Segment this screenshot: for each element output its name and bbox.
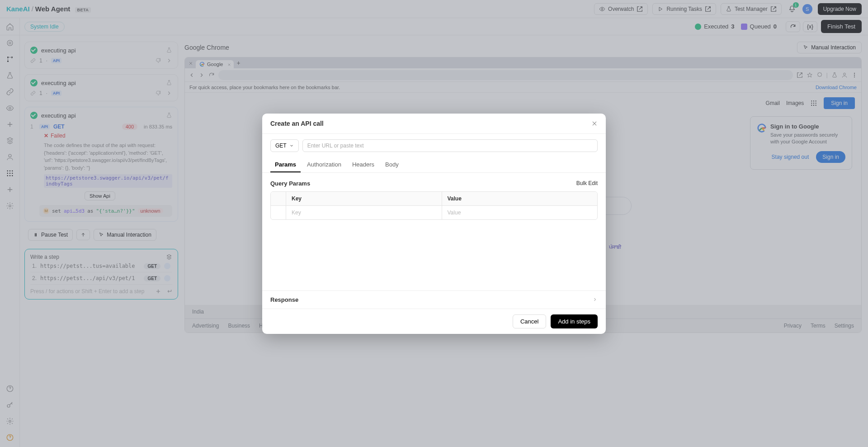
tab-params[interactable]: Params xyxy=(270,157,301,172)
tab-body[interactable]: Body xyxy=(381,157,403,172)
response-section[interactable]: Response xyxy=(262,290,606,309)
tab-authorization[interactable]: Authorization xyxy=(302,157,346,172)
modal-close-button[interactable] xyxy=(591,120,598,127)
query-params-title: Query Params xyxy=(270,180,310,187)
bulk-edit-button[interactable]: Bulk Edit xyxy=(576,180,598,186)
value-input[interactable]: Value xyxy=(442,206,598,219)
add-in-steps-button[interactable]: Add in steps xyxy=(551,314,598,328)
api-modal: Create an API call GET Enter URL or past… xyxy=(262,114,606,334)
col-value: Value xyxy=(442,192,598,205)
modal-tabs: Params Authorization Headers Body xyxy=(262,157,606,173)
col-key: Key xyxy=(286,192,442,205)
method-select[interactable]: GET xyxy=(270,139,299,152)
query-params-table: Key Value Key Value xyxy=(270,191,598,220)
url-input[interactable]: Enter URL or paste text xyxy=(302,139,598,152)
chevron-right-icon xyxy=(592,297,598,302)
tab-headers[interactable]: Headers xyxy=(348,157,379,172)
row-checkbox[interactable] xyxy=(271,206,286,219)
modal-overlay: Create an API call GET Enter URL or past… xyxy=(0,0,868,447)
modal-title: Create an API call xyxy=(270,120,324,127)
chevron-down-icon xyxy=(289,143,294,148)
cancel-button[interactable]: Cancel xyxy=(513,314,546,328)
key-input[interactable]: Key xyxy=(286,206,442,219)
